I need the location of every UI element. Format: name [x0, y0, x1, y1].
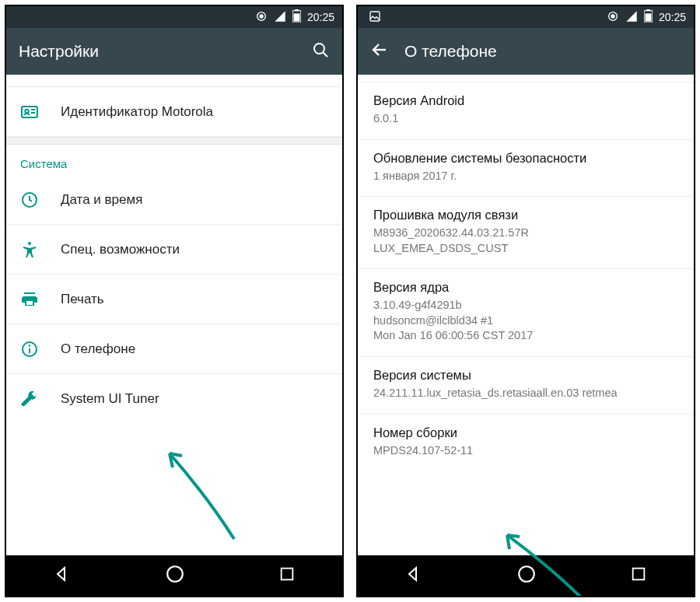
svg-rect-4: [294, 13, 300, 21]
svg-point-15: [29, 345, 30, 346]
block-value: 3.10.49-g4f4291b hudsoncm@ilclbld34 #1 M…: [373, 298, 678, 344]
row-about-phone[interactable]: О телефоне: [6, 324, 342, 374]
svg-rect-18: [370, 12, 380, 21]
signal-icon: [274, 10, 286, 25]
battery-icon: [644, 9, 653, 25]
row-system-ui-tuner[interactable]: System UI Tuner: [6, 374, 342, 424]
settings-list: Идентификатор Motorola Система Дата и вр…: [6, 75, 342, 555]
svg-point-8: [25, 109, 28, 112]
row-label: Спец. возможности: [61, 242, 180, 257]
block-android-version[interactable]: Версия Android 6.0.1: [358, 82, 694, 140]
about-list: Версия Android 6.0.1 Обновление системы …: [358, 75, 694, 555]
row-print[interactable]: Печать: [6, 275, 342, 324]
row-accessibility[interactable]: Спец. возможности: [6, 225, 342, 275]
status-bar: 20:25: [6, 6, 342, 28]
back-icon[interactable]: [370, 40, 389, 62]
page-title: Настройки: [19, 42, 99, 61]
svg-rect-25: [633, 569, 645, 580]
image-icon: [369, 10, 381, 25]
wrench-icon: [20, 390, 61, 408]
target-icon: [607, 10, 619, 25]
svg-point-20: [611, 15, 614, 18]
nav-recent-icon[interactable]: [630, 565, 647, 586]
block-system-version[interactable]: Версия системы 24.211.11.lux_retasia_ds.…: [358, 357, 694, 415]
nav-back-icon[interactable]: [404, 565, 423, 586]
svg-point-5: [314, 44, 324, 54]
status-bar: 20:25: [358, 6, 694, 28]
status-time: 20:25: [659, 11, 686, 23]
block-kernel[interactable]: Версия ядра 3.10.49-g4f4291b hudsoncm@il…: [358, 269, 694, 357]
phone-about: 20:25 О телефоне Версия Android 6.0.1 Об…: [356, 5, 695, 597]
svg-rect-23: [646, 13, 652, 21]
nav-bar: [358, 555, 694, 596]
block-value: 6.0.1: [373, 111, 678, 127]
nav-bar: [6, 555, 342, 596]
row-label: Дата и время: [61, 192, 142, 208]
svg-point-12: [28, 242, 31, 245]
block-title: Версия системы: [373, 368, 678, 383]
block-title: Обновление системы безопасности: [373, 151, 678, 166]
id-card-icon: [20, 103, 61, 121]
info-icon: [20, 340, 61, 359]
nav-home-icon[interactable]: [516, 564, 537, 587]
block-value: 1 января 2017 г.: [373, 169, 678, 184]
nav-back-icon[interactable]: [53, 565, 72, 586]
row-label: О телефоне: [61, 341, 135, 357]
nav-home-icon[interactable]: [165, 564, 185, 587]
block-baseband[interactable]: Прошивка модуля связи M8936_2020632.44.0…: [358, 197, 694, 269]
app-bar: О телефоне: [358, 28, 694, 75]
status-time: 20:25: [307, 11, 334, 23]
row-label: Идентификатор Motorola: [61, 104, 213, 120]
row-motorola-id[interactable]: Идентификатор Motorola: [6, 87, 342, 137]
print-icon: [20, 290, 61, 309]
section-divider: [6, 137, 342, 145]
block-title: Прошивка модуля связи: [373, 208, 678, 222]
clock-icon: [20, 191, 61, 209]
svg-point-24: [519, 566, 534, 582]
target-icon: [255, 10, 268, 25]
svg-rect-22: [646, 9, 649, 11]
row-date-time[interactable]: Дата и время: [6, 175, 342, 225]
nav-recent-icon[interactable]: [278, 565, 296, 586]
block-title: Номер сборки: [373, 425, 678, 440]
phone-settings: 20:25 Настройки Идентификатор Motorola С…: [5, 5, 344, 597]
block-build-number[interactable]: Номер сборки MPDS24.107-52-11: [358, 415, 694, 471]
search-icon[interactable]: [311, 40, 330, 62]
svg-point-16: [167, 566, 183, 582]
page-title: О телефоне: [404, 42, 497, 61]
section-header-system: Система: [6, 145, 342, 175]
svg-line-6: [323, 52, 327, 57]
block-security-update[interactable]: Обновление системы безопасности 1 января…: [358, 140, 694, 198]
svg-point-1: [260, 15, 263, 18]
block-value: 24.211.11.lux_retasia_ds.retasiaall.en.0…: [373, 386, 678, 401]
block-value: MPDS24.107-52-11: [373, 443, 678, 459]
row-label: Печать: [61, 292, 104, 307]
block-value: M8936_2020632.44.03.21.57R LUX_EMEA_DSDS…: [373, 226, 678, 256]
accessibility-icon: [20, 240, 61, 259]
battery-icon: [292, 9, 301, 25]
row-label: System UI Tuner: [61, 391, 159, 407]
app-bar: Настройки: [6, 28, 342, 75]
svg-rect-3: [295, 9, 298, 11]
block-title: Версия ядра: [373, 280, 678, 295]
block-title: Версия Android: [373, 93, 678, 108]
signal-icon: [625, 10, 638, 25]
svg-rect-17: [282, 569, 293, 580]
